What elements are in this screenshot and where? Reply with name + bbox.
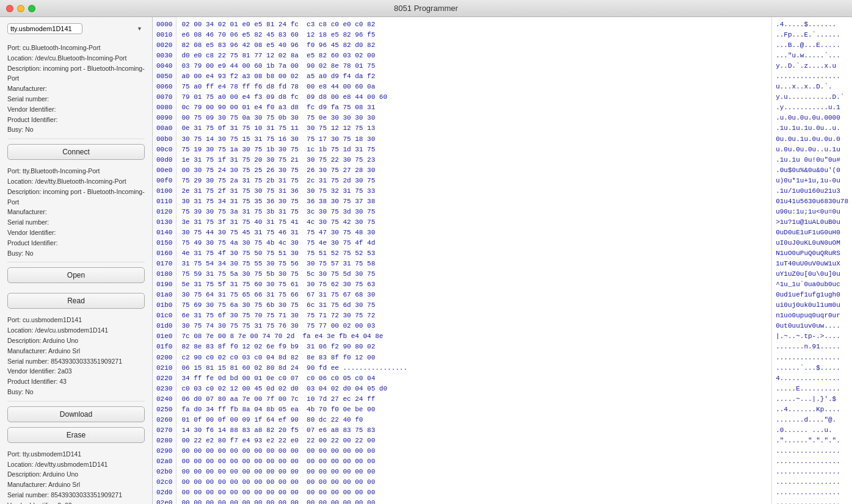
port-1-location: Location: /dev/cu.Bluetooth-Incoming-Por… bbox=[7, 53, 145, 63]
port-3-port: Port: cu.usbmodem1D141 bbox=[7, 315, 145, 325]
right-panel: 0000 0010 0020 0030 0040 0050 0060 0070 … bbox=[153, 17, 852, 504]
port-2-description: Description: incoming port - Bluetooth-I… bbox=[7, 187, 145, 207]
port-2-vendor: Vendor Identifier: bbox=[7, 228, 145, 238]
window-title: 8051 Programmer bbox=[394, 4, 458, 13]
port-3-info: Port: cu.usbmodem1D141 Location: /dev/cu… bbox=[7, 314, 145, 401]
port-1-port: Port: cu.Bluetooth-Incoming-Port bbox=[7, 43, 145, 53]
port-1-info: Port: cu.Bluetooth-Incoming-Port Locatio… bbox=[7, 41, 145, 139]
port-1-product: Product Identifier: bbox=[7, 115, 145, 125]
erase-button[interactable]: Erase bbox=[7, 427, 145, 443]
port-4-info: Port: tty.usbmodem1D141 Location: /dev/t… bbox=[7, 448, 145, 504]
port-4-description: Description: Arduino Uno bbox=[7, 469, 145, 480]
port-1-description: Description: incoming port - Bluetooth-I… bbox=[7, 63, 145, 84]
port-2-product: Product Identifier: bbox=[7, 238, 145, 248]
port-3-description: Description: Arduino Uno bbox=[7, 336, 145, 346]
main-content: tty.usbmodem1D141 ▼ Port: cu.Bluetooth-I… bbox=[0, 17, 852, 504]
connect-button[interactable]: Connect bbox=[7, 144, 145, 160]
hex-area[interactable]: 0000 0010 0020 0030 0040 0050 0060 0070 … bbox=[153, 17, 852, 504]
port-select-row: tty.usbmodem1D141 ▼ bbox=[7, 23, 145, 34]
port-1-manufacturer: Manufacturer: bbox=[7, 84, 145, 94]
maximize-button[interactable] bbox=[28, 5, 35, 12]
port-1-vendor: Vendor Identifier: bbox=[7, 104, 145, 115]
port-1-serial: Serial number: bbox=[7, 94, 145, 104]
port-2-manufacturer: Manufacturer: bbox=[7, 207, 145, 217]
port-3-location: Location: /dev/cu.usbmodem1D141 bbox=[7, 325, 145, 336]
port-2-location: Location: /dev/tty.Bluetooth-Incoming-Po… bbox=[7, 176, 145, 187]
port-4-serial: Serial number: 85439303033351909271 bbox=[7, 490, 145, 500]
port-3-busy: Busy: No bbox=[7, 387, 145, 397]
download-button[interactable]: Download bbox=[7, 406, 145, 422]
close-button[interactable] bbox=[6, 5, 13, 12]
title-bar: 8051 Programmer bbox=[0, 0, 852, 17]
port-4-port: Port: tty.usbmodem1D141 bbox=[7, 449, 145, 459]
port-3-manufacturer: Manufacturer: Arduino Srl bbox=[7, 346, 145, 356]
port-4-manufacturer: Manufacturer: Arduino Srl bbox=[7, 480, 145, 490]
hex-addresses: 0000 0010 0020 0030 0040 0050 0060 0070 … bbox=[153, 17, 177, 504]
port-4-vendor: Vendor Identifier: 2a03 bbox=[7, 500, 145, 504]
read-button[interactable]: Read bbox=[7, 293, 145, 309]
hex-bytes: 02 00 34 02 01 e0 e5 81 24 fc c3 c8 c0 e… bbox=[177, 17, 771, 504]
port-3-product: Product Identifier: 43 bbox=[7, 376, 145, 387]
port-2-serial: Serial number: bbox=[7, 217, 145, 228]
chevron-down-icon: ▼ bbox=[137, 26, 142, 32]
port-select-wrapper[interactable]: tty.usbmodem1D141 ▼ bbox=[7, 23, 145, 34]
traffic-lights[interactable] bbox=[6, 5, 35, 12]
port-2-port: Port: tty.Bluetooth-Incoming-Port bbox=[7, 166, 145, 176]
port-2-info: Port: tty.Bluetooth-Incoming-Port Locati… bbox=[7, 165, 145, 262]
left-panel: tty.usbmodem1D141 ▼ Port: cu.Bluetooth-I… bbox=[0, 17, 153, 504]
port-3-serial: Serial number: 85439303033351909271 bbox=[7, 356, 145, 367]
port-1-busy: Busy: No bbox=[7, 124, 145, 135]
port-select[interactable]: tty.usbmodem1D141 bbox=[7, 23, 82, 34]
hex-ascii: .4.....$....... ..Fp...E.`...... ...B..@… bbox=[771, 17, 852, 504]
minimize-button[interactable] bbox=[17, 5, 24, 12]
open-button[interactable]: Open bbox=[7, 267, 145, 283]
port-2-busy: Busy: No bbox=[7, 248, 145, 259]
port-4-location: Location: /dev/tty.usbmodem1D141 bbox=[7, 459, 145, 470]
port-3-vendor: Vendor Identifier: 2a03 bbox=[7, 366, 145, 376]
